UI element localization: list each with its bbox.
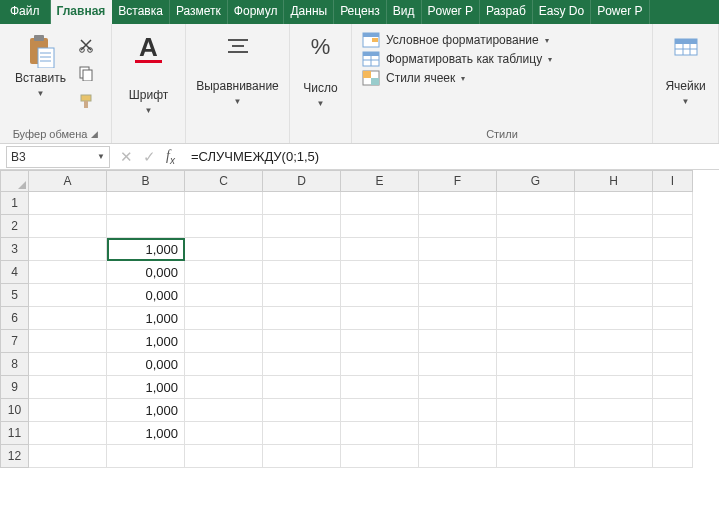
cell[interactable] bbox=[29, 238, 107, 261]
cell[interactable] bbox=[263, 399, 341, 422]
cell[interactable] bbox=[575, 376, 653, 399]
cell[interactable] bbox=[575, 422, 653, 445]
row-header[interactable]: 6 bbox=[1, 307, 29, 330]
row-header[interactable]: 3 bbox=[1, 238, 29, 261]
cells-button[interactable]: Ячейки ▼ bbox=[659, 30, 713, 110]
cell[interactable] bbox=[107, 215, 185, 238]
alignment-button[interactable]: Выравнивание ▼ bbox=[192, 30, 284, 110]
cell[interactable] bbox=[497, 376, 575, 399]
cell[interactable] bbox=[29, 330, 107, 353]
tab-power-pivot-1[interactable]: Power P bbox=[422, 0, 480, 24]
cell[interactable] bbox=[497, 330, 575, 353]
column-header[interactable]: D bbox=[263, 171, 341, 192]
cell[interactable] bbox=[185, 238, 263, 261]
cell[interactable] bbox=[653, 192, 693, 215]
cell[interactable] bbox=[185, 215, 263, 238]
cell[interactable] bbox=[653, 261, 693, 284]
cell[interactable] bbox=[263, 284, 341, 307]
tab-file[interactable]: Файл bbox=[0, 0, 51, 24]
cell[interactable] bbox=[653, 422, 693, 445]
cut-button[interactable] bbox=[75, 34, 97, 56]
cell[interactable] bbox=[419, 353, 497, 376]
cell[interactable] bbox=[653, 353, 693, 376]
cell[interactable] bbox=[419, 238, 497, 261]
cell[interactable] bbox=[29, 284, 107, 307]
cell[interactable] bbox=[653, 284, 693, 307]
cell[interactable] bbox=[107, 192, 185, 215]
tab-power-pivot-2[interactable]: Power P bbox=[591, 0, 649, 24]
cell[interactable] bbox=[497, 307, 575, 330]
cell[interactable] bbox=[107, 445, 185, 468]
cell[interactable] bbox=[497, 422, 575, 445]
column-header[interactable]: H bbox=[575, 171, 653, 192]
row-header[interactable]: 1 bbox=[1, 192, 29, 215]
cell[interactable]: 1,000 bbox=[107, 399, 185, 422]
cell[interactable] bbox=[29, 192, 107, 215]
formula-input[interactable] bbox=[185, 149, 719, 164]
cell[interactable] bbox=[653, 330, 693, 353]
cell[interactable] bbox=[575, 445, 653, 468]
cell[interactable] bbox=[341, 284, 419, 307]
cell[interactable] bbox=[263, 376, 341, 399]
cell[interactable] bbox=[341, 215, 419, 238]
cell[interactable] bbox=[419, 284, 497, 307]
cell[interactable] bbox=[185, 353, 263, 376]
cell[interactable] bbox=[497, 284, 575, 307]
cell[interactable] bbox=[653, 399, 693, 422]
cell[interactable] bbox=[341, 192, 419, 215]
cell[interactable] bbox=[419, 376, 497, 399]
insert-function-button[interactable]: fx bbox=[166, 148, 175, 166]
cell[interactable] bbox=[185, 192, 263, 215]
enter-formula-button[interactable]: ✓ bbox=[143, 148, 156, 166]
cell[interactable] bbox=[263, 330, 341, 353]
cell[interactable] bbox=[185, 261, 263, 284]
row-header[interactable]: 8 bbox=[1, 353, 29, 376]
cell[interactable] bbox=[419, 330, 497, 353]
cell[interactable]: 0,000 bbox=[107, 261, 185, 284]
cell[interactable] bbox=[263, 422, 341, 445]
number-button[interactable]: % Число ▼ bbox=[296, 30, 346, 112]
cell[interactable] bbox=[341, 307, 419, 330]
row-header[interactable]: 4 bbox=[1, 261, 29, 284]
cell[interactable] bbox=[263, 238, 341, 261]
cell[interactable] bbox=[497, 445, 575, 468]
cell[interactable] bbox=[29, 376, 107, 399]
cell[interactable] bbox=[29, 422, 107, 445]
cell[interactable] bbox=[497, 399, 575, 422]
cell[interactable] bbox=[419, 261, 497, 284]
cell[interactable] bbox=[263, 353, 341, 376]
cell[interactable]: 1,000 bbox=[107, 422, 185, 445]
cell[interactable] bbox=[29, 307, 107, 330]
format-as-table-button[interactable]: Форматировать как таблицу ▾ bbox=[362, 51, 552, 67]
cell[interactable]: 1,000 bbox=[107, 238, 185, 261]
cell[interactable] bbox=[185, 284, 263, 307]
cell[interactable] bbox=[263, 307, 341, 330]
cell[interactable] bbox=[419, 192, 497, 215]
cell[interactable] bbox=[341, 376, 419, 399]
cell[interactable] bbox=[497, 215, 575, 238]
row-header[interactable]: 2 bbox=[1, 215, 29, 238]
cell[interactable] bbox=[341, 353, 419, 376]
cell[interactable] bbox=[419, 445, 497, 468]
format-painter-button[interactable] bbox=[75, 90, 97, 112]
cell[interactable] bbox=[263, 445, 341, 468]
row-header[interactable]: 11 bbox=[1, 422, 29, 445]
cell[interactable] bbox=[185, 445, 263, 468]
cell[interactable] bbox=[185, 376, 263, 399]
cell[interactable] bbox=[29, 353, 107, 376]
column-header[interactable]: E bbox=[341, 171, 419, 192]
cell[interactable] bbox=[497, 238, 575, 261]
cell[interactable] bbox=[419, 422, 497, 445]
cell[interactable] bbox=[341, 261, 419, 284]
tab-easy-do[interactable]: Easy Do bbox=[533, 0, 591, 24]
cell[interactable] bbox=[341, 330, 419, 353]
cell[interactable] bbox=[497, 192, 575, 215]
cell[interactable] bbox=[185, 422, 263, 445]
cell[interactable] bbox=[29, 261, 107, 284]
cell[interactable] bbox=[263, 192, 341, 215]
cell[interactable] bbox=[575, 307, 653, 330]
cell[interactable] bbox=[419, 215, 497, 238]
column-header[interactable]: G bbox=[497, 171, 575, 192]
tab-view[interactable]: Вид bbox=[387, 0, 422, 24]
row-header[interactable]: 5 bbox=[1, 284, 29, 307]
